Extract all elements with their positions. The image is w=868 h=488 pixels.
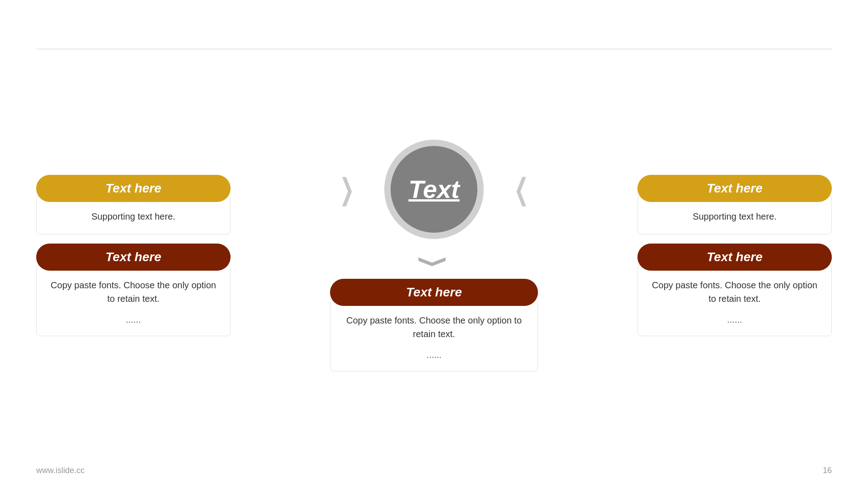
top-left-card-group: Text here Supporting text here. xyxy=(36,175,231,235)
bottom-right-card-group: Text here Copy paste fonts. Choose the o… xyxy=(637,244,832,336)
top-right-body-text: Supporting text here. xyxy=(651,210,819,223)
bottom-right-label: Text here xyxy=(637,244,832,271)
footer: www.islide.cc 16 xyxy=(36,466,832,475)
bottom-center-label: Text here xyxy=(330,279,538,306)
bottom-right-dots: ...... xyxy=(651,314,819,325)
top-right-label: Text here xyxy=(637,175,832,202)
bottom-left-card-group: Text here Copy paste fonts. Choose the o… xyxy=(36,244,231,336)
bottom-center-card-group: Text here Copy paste fonts. Choose the o… xyxy=(330,279,538,371)
footer-page: 16 xyxy=(823,466,832,475)
bottom-left-card-body: Copy paste fonts. Choose the only option… xyxy=(36,264,231,336)
bottom-center-dots: ...... xyxy=(343,350,525,360)
right-column: Text here Supporting text here. Text her… xyxy=(637,175,832,336)
top-left-body-text: Supporting text here. xyxy=(49,210,217,223)
bottom-center-card-body: Copy paste fonts. Choose the only option… xyxy=(330,300,538,371)
footer-url: www.islide.cc xyxy=(36,466,85,475)
center-circle-text: Text xyxy=(408,174,459,204)
bottom-left-body-text: Copy paste fonts. Choose the only option… xyxy=(49,278,217,305)
bottom-center-body-text: Copy paste fonts. Choose the only option… xyxy=(343,314,525,341)
bottom-right-body-text: Copy paste fonts. Choose the only option… xyxy=(651,278,819,305)
center-column: ❯ Text ❮ ❯ Text here Copy paste fonts. C… xyxy=(231,140,637,371)
top-rule xyxy=(36,49,832,49)
arrow-left-icon: ❮ xyxy=(514,174,528,204)
bottom-left-dots: ...... xyxy=(49,314,217,325)
left-column: Text here Supporting text here. Text her… xyxy=(36,175,231,336)
main-content: Text here Supporting text here. Text her… xyxy=(36,54,832,456)
center-circle: Text xyxy=(384,140,484,239)
center-circle-wrapper: ❯ Text ❮ xyxy=(384,140,484,239)
arrow-right-icon: ❯ xyxy=(340,174,354,204)
top-left-label: Text here xyxy=(36,175,231,202)
bottom-right-card-body: Copy paste fonts. Choose the only option… xyxy=(637,264,832,336)
bottom-left-label: Text here xyxy=(36,244,231,271)
arrow-down-icon: ❯ xyxy=(420,255,448,268)
top-right-card-group: Text here Supporting text here. xyxy=(637,175,832,235)
